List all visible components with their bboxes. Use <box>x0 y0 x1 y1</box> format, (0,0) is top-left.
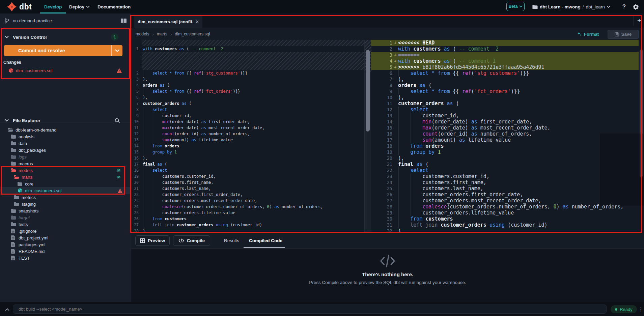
file-tree-item-dbt-project-yml[interactable]: dbt_project.yml <box>0 234 131 241</box>
file-tree-item-macros[interactable]: macros <box>0 160 131 167</box>
code-line-27[interactable]: 27 left join customer_orders using (cust… <box>131 222 364 228</box>
file-tree-item-dbt-packages[interactable]: dbt_packages <box>0 147 131 153</box>
file-tree-item-core[interactable]: core <box>0 180 131 187</box>
file-tree-item-test[interactable]: TEST <box>0 255 131 261</box>
file-tree-item-logs[interactable]: logs <box>0 153 131 160</box>
code-line-14[interactable]: 14 min(order_date) as first_order_date, <box>371 119 639 125</box>
left-pane-scrollbar[interactable] <box>366 50 370 132</box>
status-badge-ready[interactable]: Ready <box>611 305 637 313</box>
code-line-25[interactable]: 25 customer_orders.lifetime_value <box>131 210 364 216</box>
project-selector[interactable]: dbt Learn - mwong / dbt_learn <box>532 0 610 13</box>
code-line-17[interactable]: 17final as ( <box>131 161 364 167</box>
dbt-logo[interactable]: dbt <box>7 2 32 12</box>
code-line-23[interactable]: 23 customer_orders.most_recent_order_dat… <box>131 198 364 204</box>
code-line-15[interactable]: 15 max(order_date) as most_recent_order_… <box>371 125 639 131</box>
file-tree-item-dim-customers-sql[interactable]: dim_customers.sql <box>0 187 131 194</box>
code-line-11[interactable]: 11 max(order_date) as most_recent_order_… <box>131 125 364 131</box>
code-line-18[interactable]: 18 from orders <box>371 143 639 149</box>
commit-options-caret[interactable] <box>111 45 122 56</box>
code-line-16[interactable]: 16 count(order_id) as number_of_orders, <box>371 131 639 137</box>
code-line-20[interactable]: 20 customers.first_name, <box>131 179 364 185</box>
code-line-30[interactable]: 30 from customers <box>371 216 639 222</box>
breadcrumb-item[interactable]: marts <box>157 32 167 36</box>
code-line-18[interactable]: 18 select <box>131 167 364 173</box>
breadcrumb-item[interactable]: dim_customers.sql <box>175 32 210 36</box>
file-tree-item-analysis[interactable]: analysis <box>0 133 131 140</box>
file-tree-item--gitignore[interactable]: .gitignore <box>0 228 131 234</box>
diff-pane-modified[interactable]: 1+<<<<<<< HEAD2with customers as ( -- co… <box>371 40 639 233</box>
beta-selector[interactable]: Beta <box>506 2 525 11</box>
format-button[interactable]: Format <box>577 32 599 37</box>
tab-dim-customers[interactable]: dim_customers.sql (confli... ✕ <box>134 15 202 28</box>
code-line-31[interactable]: 31 left join customer_orders using (cust… <box>371 222 639 228</box>
code-line-25[interactable]: 25 customers.last_name, <box>371 185 639 192</box>
file-tree-item-readme-md[interactable]: README.md <box>0 248 131 255</box>
code-line-2[interactable]: 2with customers as ( -- comment 2 <box>371 46 639 52</box>
file-tree-item-packages-yml[interactable]: packages.yml <box>0 241 131 248</box>
tab-documentation[interactable]: Documentation <box>97 0 131 13</box>
code-line-24[interactable]: 24 customers.first_name, <box>371 179 639 185</box>
code-line-4[interactable]: 4orders as ( <box>131 82 364 88</box>
tab-deploy[interactable]: Deploy <box>69 0 90 13</box>
code-line-23[interactable]: 23 customers.customer_id, <box>371 173 639 179</box>
code-line-12[interactable]: 12 count(order_id) as number_of_orders, <box>131 131 364 137</box>
code-line-21[interactable]: 21 customers.last_name, <box>131 185 364 192</box>
file-tree-item-tests[interactable]: tests <box>0 221 131 228</box>
file-tree-item-snapshots[interactable]: snapshots <box>0 207 131 214</box>
tab-results[interactable]: Results <box>224 233 239 248</box>
file-tree-item-metrics[interactable]: metrics <box>0 194 131 201</box>
code-line-19[interactable]: 19 group by 1 <box>371 149 639 155</box>
code-line-7[interactable]: 7), <box>371 76 639 82</box>
breadcrumb-item[interactable]: models <box>136 32 149 36</box>
code-line-2[interactable]: 2 select * from {{ ref('stg_customers')}… <box>131 70 364 76</box>
code-line-16[interactable]: 16), <box>131 155 364 161</box>
code-line-27[interactable]: 27 customer_orders.most_recent_order_dat… <box>371 198 639 204</box>
version-control-header[interactable]: Version Control 1 <box>0 30 131 44</box>
file-tree-item-marts[interactable]: martsM <box>0 174 131 180</box>
code-line-14[interactable]: 14 from orders <box>131 143 364 149</box>
code-line-6[interactable]: 6 select * from {{ ref('stg_customers')}… <box>371 70 639 76</box>
code-line-22[interactable]: 22 select <box>371 167 639 173</box>
preview-button[interactable]: Preview <box>135 235 170 246</box>
code-line-29[interactable]: 29 customer_orders.lifetime_value <box>371 210 639 216</box>
code-line-20[interactable]: 20), <box>371 155 639 161</box>
close-tab-icon[interactable]: ✕ <box>195 19 199 24</box>
code-line-13[interactable]: 13 sum(amount) as lifetime_value <box>131 137 364 143</box>
file-tree-item-staging[interactable]: staging <box>0 201 131 207</box>
save-button[interactable]: Save <box>608 30 639 39</box>
code-line-32[interactable]: 32) <box>371 228 639 233</box>
code-line-28[interactable]: 28 coalesce(customer_orders.number_of_or… <box>371 204 639 210</box>
help-button[interactable]: ? <box>620 3 628 11</box>
code-line-3[interactable]: 3), <box>131 76 364 82</box>
file-tree-item-dbt-learn-on-demand[interactable]: dbt-learn-on-demand <box>0 126 131 133</box>
chevron-up-icon[interactable] <box>3 305 11 314</box>
code-line-7[interactable]: 7customer_orders as ( <box>131 100 364 107</box>
code-line-12[interactable]: 12 select <box>371 107 639 113</box>
code-line-9[interactable]: 9 select * from {{ ref('fct_orders')}} <box>371 88 639 94</box>
code-line-6[interactable]: 6), <box>131 94 364 100</box>
code-line-4[interactable]: 4+with customers as ( -- comment 1 <box>371 58 639 64</box>
commit-and-resolve-button[interactable]: Commit and resolve <box>4 45 122 56</box>
code-line-17[interactable]: 17 sum(amount) as lifetime_value <box>371 137 639 143</box>
code-line-11[interactable]: 11customer_orders as ( <box>371 100 639 107</box>
code-line-10[interactable]: 10), <box>371 94 639 100</box>
code-line-22[interactable]: 22 customer_orders.first_order_date, <box>131 192 364 198</box>
tab-develop[interactable]: Develop <box>44 0 62 13</box>
code-line-9[interactable]: 9 customer_id, <box>131 113 364 119</box>
code-line-10[interactable]: 10 min(order_date) as first_order_date, <box>131 119 364 125</box>
code-line-24[interactable]: 24 coalesce(customer_orders.number_of_or… <box>131 204 364 210</box>
code-line-1[interactable]: 1with customers as ( -- comment 2 <box>131 46 364 52</box>
kebab-menu-icon[interactable]: ⋮ <box>638 305 644 313</box>
file-tree-item-target[interactable]: target <box>0 214 131 221</box>
code-line-5[interactable]: 5+>>>>>>> b81f802a66fd544504c65721e3ffaa… <box>371 64 639 70</box>
code-line-26[interactable]: 26 from customers <box>131 216 364 222</box>
command-input[interactable] <box>13 305 607 314</box>
code-line-26[interactable]: 26 customer_orders.first_order_date, <box>371 192 639 198</box>
tab-compiled-code[interactable]: Compiled Code <box>249 233 282 248</box>
code-line-21[interactable]: 21final as ( <box>371 161 639 167</box>
compile-button[interactable]: Compile <box>173 235 210 246</box>
docs-book-icon[interactable] <box>121 19 127 23</box>
code-line-5[interactable]: 5 select * from {{ ref('fct_orders')}} <box>131 88 364 94</box>
code-line-28[interactable]: 28) <box>131 228 364 233</box>
code-line-19[interactable]: 19 customers.customer_id, <box>131 173 364 179</box>
